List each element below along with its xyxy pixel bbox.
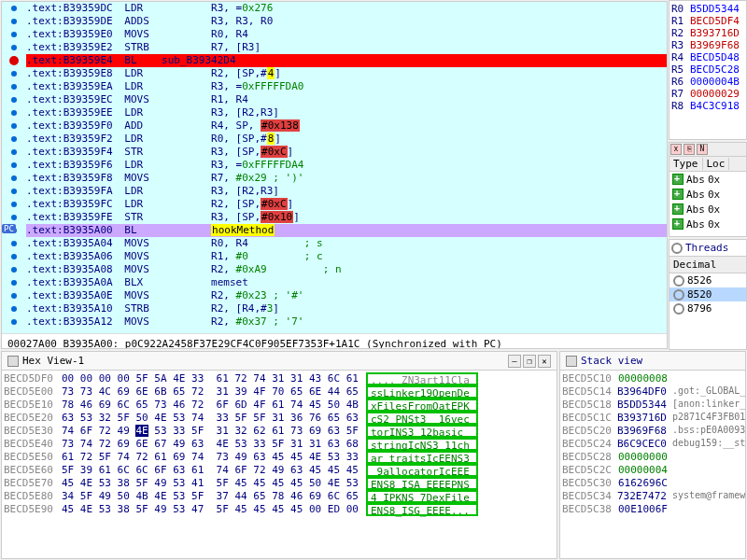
- stack-row[interactable]: BECD5C1000000008: [562, 372, 743, 385]
- names-item[interactable]: Abs0x: [669, 202, 746, 217]
- disasm-row[interactable]: .text:B39359FA LDR R3, [R2,R3]: [2, 185, 667, 198]
- disasm-row[interactable]: .text:B39359E0 MOVS R0, R4: [2, 28, 667, 41]
- disasm-row[interactable]: .text:B3935A04 MOVS R0, R4; s: [2, 237, 667, 250]
- hex-row[interactable]: BECD5E7045 4E 53 38 5F 49 53 41 5F 45 45…: [4, 477, 555, 490]
- minimize-icon[interactable]: —: [508, 355, 521, 368]
- line-dot-icon: [11, 241, 17, 246]
- disasm-row[interactable]: .text:B3935A12 MOVS R2, #0x37 ; '7': [2, 315, 667, 329]
- line-dot-icon: [11, 189, 17, 194]
- line-dot-icon: [11, 32, 17, 37]
- disasm-row[interactable]: .text:B3935A08 MOVS R2, #0xA9; n: [2, 263, 667, 276]
- names-toolbar-icon[interactable]: N: [697, 144, 708, 155]
- stack-row[interactable]: BECD5C34732E7472system@framewo: [562, 490, 743, 503]
- hex-row[interactable]: BECD5E3074 6F 72 49 4E 53 33 5F 31 32 62…: [4, 425, 555, 438]
- disasm-row[interactable]: .text:B3935A10 STRB R2, [R4,#3]: [2, 302, 667, 315]
- registers-panel[interactable]: R0B5DD5344R1BECD5DF4R2B393716DR3B3969F68…: [669, 0, 747, 140]
- hex-row[interactable]: BECD5E1078 46 69 6C 65 73 46 72 6F 6D 4F…: [4, 399, 555, 412]
- disasm-row[interactable]: .text:B39359EC MOVS R1, R4: [2, 93, 667, 106]
- line-dot-icon: [11, 110, 17, 116]
- line-dot-icon: [11, 149, 17, 155]
- names-column-header[interactable]: Loc: [703, 158, 730, 170]
- register-row[interactable]: R1BECD5DF4: [671, 15, 744, 27]
- names-item[interactable]: Abs0x: [669, 172, 746, 187]
- stack-row[interactable]: BECD5C18B5DD5344[anon:linker_a: [562, 399, 743, 412]
- disasm-row[interactable]: .text:B3935A00 BL hookMethod: [2, 224, 667, 237]
- disasm-row[interactable]: .text:B39359F8 MOVS R7, #0x29 ; ')': [2, 172, 667, 185]
- hex-row[interactable]: BECD5E8034 5F 49 50 4B 4E 53 5F 37 44 65…: [4, 490, 555, 503]
- thread-item[interactable]: 8796: [669, 301, 746, 315]
- register-row[interactable]: R2B393716D: [671, 27, 744, 39]
- names-item[interactable]: Abs0x: [669, 187, 746, 202]
- thread-item[interactable]: 8520: [669, 287, 746, 301]
- register-row[interactable]: R4BECD5D48: [671, 51, 744, 63]
- abs-icon: [672, 218, 684, 230]
- names-column-header[interactable]: Type: [669, 158, 703, 170]
- hex-view-panel[interactable]: Hex View-1 —❐✕ BECD5DF000 00 00 00 5F 5A…: [1, 351, 557, 559]
- hex-row[interactable]: BECD5E4073 74 72 69 6E 67 49 63 4E 53 33…: [4, 438, 555, 451]
- disasm-row[interactable]: .text:B39359F6 LDR R3, =0xFFFFFDA4: [2, 159, 667, 172]
- hex-row[interactable]: BECD5DF000 00 00 00 5F 5A 4E 33 61 72 74…: [4, 372, 555, 385]
- breakpoint-icon[interactable]: [9, 56, 19, 65]
- line-dot-icon: [11, 84, 17, 90]
- stack-icon: [566, 356, 577, 367]
- stack-row[interactable]: BECD5C1CB393716Dp2871C4F3FB01C: [562, 412, 743, 425]
- stack-row[interactable]: BECD5C2800000000: [562, 451, 743, 464]
- disasm-row[interactable]: .text:B39359E8 LDR R2, [SP,#4]: [2, 67, 667, 80]
- line-dot-icon: [11, 293, 17, 299]
- hex-row[interactable]: BECD5E605F 39 61 6C 6C 6F 63 61 74 6F 72…: [4, 464, 555, 477]
- hex-row[interactable]: BECD5E2063 53 32 5F 50 4E 53 74 33 5F 5F…: [4, 412, 555, 425]
- abs-icon: [672, 174, 684, 185]
- disasm-row[interactable]: .text:B39359E2 STRB R7, [R3]: [2, 41, 667, 54]
- register-row[interactable]: R5BECD5C28: [671, 63, 744, 76]
- names-item[interactable]: Abs0x: [669, 217, 746, 231]
- disasm-row[interactable]: .text:B39359FC LDR R2, [SP,#0xC]: [2, 198, 667, 211]
- names-panel[interactable]: x⎘N TypeLoc Abs0xAbs0xAbs0xAbs0x: [669, 142, 747, 237]
- disasm-row[interactable]: .text:B3935A0E MOVS R2, #0x23 ; '#': [2, 289, 667, 302]
- register-row[interactable]: R8B4C3C918: [671, 100, 744, 112]
- names-toolbar-icon[interactable]: x: [670, 144, 682, 155]
- disasm-row[interactable]: .text:B3935A0A BLX memset: [2, 276, 667, 289]
- disasm-row[interactable]: .text:B39359F4 STR R3, [SP,#0xC]: [2, 146, 667, 159]
- disasm-row[interactable]: .text:B39359EA LDR R3, =0xFFFFFDA0: [2, 80, 667, 93]
- disasm-row[interactable]: .text:B39359EE LDR R3, [R2,R3]: [2, 106, 667, 119]
- line-dot-icon: [11, 136, 17, 142]
- line-dot-icon: [11, 6, 17, 11]
- hex-row[interactable]: BECD5E0073 73 4C 69 6E 6B 65 72 31 39 4F…: [4, 385, 555, 399]
- names-toolbar-icon[interactable]: ⎘: [684, 144, 695, 155]
- register-row[interactable]: R0B5DD5344: [671, 3, 744, 15]
- stack-row[interactable]: BECD5C20B3969F68.bss:pE0A00936: [562, 425, 743, 438]
- thread-item[interactable]: 8526: [669, 273, 746, 287]
- disassembly-panel[interactable]: PC.text:B39359DC LDR R3, =0x276.text:B39…: [1, 1, 668, 349]
- stack-row[interactable]: BECD5C306162696C: [562, 477, 743, 490]
- restore-icon[interactable]: ❐: [523, 355, 536, 368]
- line-dot-icon: [11, 19, 17, 24]
- hex-row[interactable]: BECD5E9045 4E 53 38 5F 49 53 47 5F 45 45…: [4, 503, 555, 516]
- stack-view-panel[interactable]: Stack view BECD5C1000000008BECD5C14B3964…: [559, 351, 746, 559]
- register-row[interactable]: R3B3969F68: [671, 39, 744, 51]
- gear-icon: [671, 243, 683, 254]
- stack-row[interactable]: BECD5C3800E1006F: [562, 503, 743, 516]
- line-dot-icon: [11, 306, 17, 312]
- threads-panel[interactable]: Threads Decimal 852685208796: [669, 239, 747, 350]
- disasm-row[interactable]: .text:B39359F2 LDR R0, [SP,#8]: [2, 133, 667, 146]
- close-icon[interactable]: ✕: [538, 355, 551, 368]
- disasm-row[interactable]: .text:B39359DC LDR R3, =0x276: [2, 2, 667, 15]
- line-dot-icon: [11, 202, 17, 207]
- hex-row[interactable]: BECD5E5061 72 5F 74 72 61 69 74 73 49 63…: [4, 451, 555, 464]
- disasm-row[interactable]: .text:B39359E4 BL sub_B39342D4: [2, 54, 667, 67]
- register-row[interactable]: R700000029: [671, 88, 744, 100]
- register-row[interactable]: R60000004B: [671, 76, 744, 88]
- disasm-row[interactable]: .text:B39359FE STR R3, [SP,#0x10]: [2, 211, 667, 224]
- disasm-row[interactable]: .text:B3935A06 MOVS R1, #0; c: [2, 250, 667, 263]
- stack-row[interactable]: BECD5C14B3964DF0.got:_GLOBAL_O: [562, 385, 743, 399]
- line-dot-icon: [11, 175, 17, 181]
- disasm-row[interactable]: .text:B39359DE ADDS R3, R3, R0: [2, 15, 667, 28]
- hex-window-buttons[interactable]: —❐✕: [508, 355, 551, 368]
- stack-row[interactable]: BECD5C2C00000004: [562, 464, 743, 477]
- stack-row[interactable]: BECD5C24B6C9CEC0debug159:__sta: [562, 438, 743, 451]
- line-dot-icon: [11, 280, 17, 286]
- line-dot-icon: [11, 71, 17, 77]
- names-header: TypeLoc: [669, 157, 746, 172]
- names-toolbar[interactable]: x⎘N: [669, 143, 746, 157]
- disasm-row[interactable]: .text:B39359F0 ADD R4, SP, #0x138: [2, 119, 667, 133]
